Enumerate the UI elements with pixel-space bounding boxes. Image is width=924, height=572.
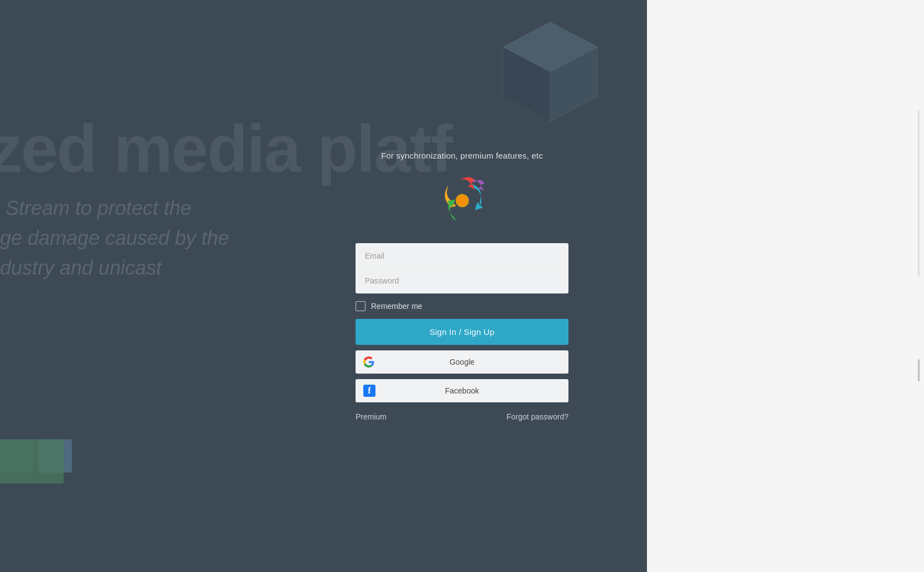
app-logo xyxy=(432,170,493,231)
login-card: For synchronization, premium features, e… xyxy=(356,151,568,421)
footer-links: Premium Forgot password? xyxy=(356,412,568,421)
facebook-button[interactable]: f Facebook xyxy=(356,379,568,402)
box-decoration xyxy=(487,11,614,140)
email-input[interactable] xyxy=(356,243,568,268)
facebook-label: Facebook xyxy=(364,386,560,395)
google-label: Google xyxy=(364,358,560,366)
password-input[interactable] xyxy=(356,268,568,293)
bg-body-text: e Stream to protect the uge damage cause… xyxy=(0,193,229,283)
remember-row: Remember me xyxy=(356,301,568,311)
google-button[interactable]: Google xyxy=(356,350,568,374)
tagline-text: For synchronization, premium features, e… xyxy=(381,151,543,160)
remember-checkbox[interactable] xyxy=(356,301,366,311)
scrollbar-track[interactable] xyxy=(918,111,920,276)
right-panel xyxy=(647,0,924,572)
remember-label: Remember me xyxy=(371,302,422,311)
signin-button[interactable]: Sign In / Sign Up xyxy=(356,319,568,345)
login-form xyxy=(356,243,568,293)
scrollbar-thumb[interactable] xyxy=(918,359,920,381)
google-icon xyxy=(363,356,374,368)
facebook-icon: f xyxy=(363,385,375,397)
premium-link[interactable]: Premium xyxy=(356,412,387,421)
green-box-decoration xyxy=(0,439,64,484)
forgot-password-link[interactable]: Forgot password? xyxy=(507,412,568,421)
svg-point-4 xyxy=(458,196,467,205)
